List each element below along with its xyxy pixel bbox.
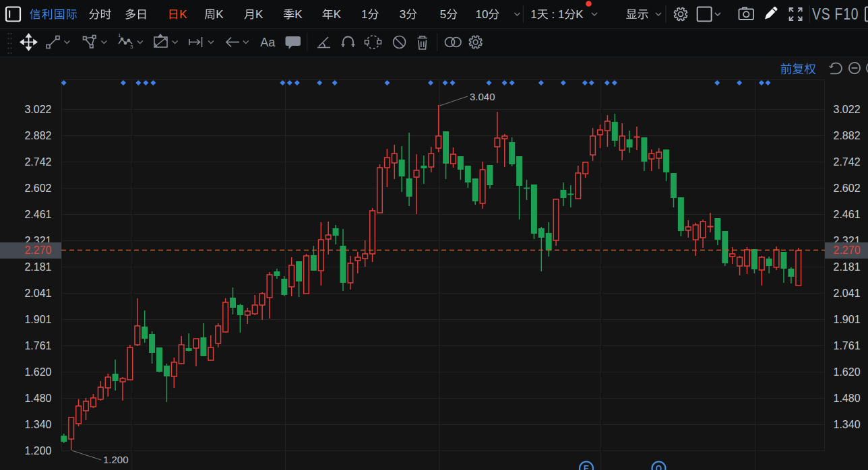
svg-text:1.200: 1.200 [103,454,129,465]
svg-text:1.340: 1.340 [24,419,51,430]
svg-text:2.461: 2.461 [24,209,51,220]
svg-text:K: K [255,8,264,21]
svg-text:Q: Q [656,464,662,470]
svg-text:1.480: 1.480 [24,393,51,404]
svg-text:: 1: : 1 [549,8,565,21]
svg-text:3.022: 3.022 [834,104,861,115]
svg-text:K: K [216,8,224,21]
svg-text:10: 10 [475,8,488,21]
svg-text:2.742: 2.742 [834,156,861,168]
svg-text:2.602: 2.602 [834,182,861,194]
svg-text:1: 1 [530,8,536,21]
svg-text:2.461: 2.461 [834,209,861,220]
svg-text:2.742: 2.742 [24,156,51,168]
svg-text:2.041: 2.041 [24,288,51,299]
svg-text:K: K [576,8,584,21]
svg-text:VS F10: VS F10 [812,4,859,23]
svg-text:1.901: 1.901 [834,314,861,325]
svg-text:E: E [584,464,589,470]
svg-text:1.901: 1.901 [24,314,51,325]
svg-text:1.761: 1.761 [834,340,861,351]
svg-text:2.181: 2.181 [834,261,861,273]
svg-text:3.040: 3.040 [470,91,495,102]
svg-text:2.270: 2.270 [834,244,861,256]
svg-text:3.022: 3.022 [24,104,51,115]
svg-text:2.041: 2.041 [834,288,861,299]
svg-text:1.200: 1.200 [24,445,51,457]
svg-text:3: 3 [400,8,406,21]
svg-text:1.620: 1.620 [24,366,51,378]
svg-text:3: 3 [130,44,133,50]
svg-text:1.761: 1.761 [24,340,51,351]
svg-text:2.882: 2.882 [834,130,861,141]
svg-text:1.620: 1.620 [834,366,861,378]
svg-text:2.882: 2.882 [24,130,51,141]
svg-text:K: K [294,8,303,21]
svg-text:Aa: Aa [260,36,276,49]
svg-text:1.480: 1.480 [834,393,861,404]
svg-text:1: 1 [361,8,367,21]
svg-text:2.602: 2.602 [24,182,51,194]
svg-text:5: 5 [440,8,446,21]
svg-text:1.340: 1.340 [834,419,861,430]
svg-text:K: K [179,8,187,21]
svg-text:2.181: 2.181 [24,261,51,273]
svg-text:1: 1 [118,32,121,38]
svg-text:K: K [334,8,342,21]
svg-text:2.270: 2.270 [24,244,51,256]
